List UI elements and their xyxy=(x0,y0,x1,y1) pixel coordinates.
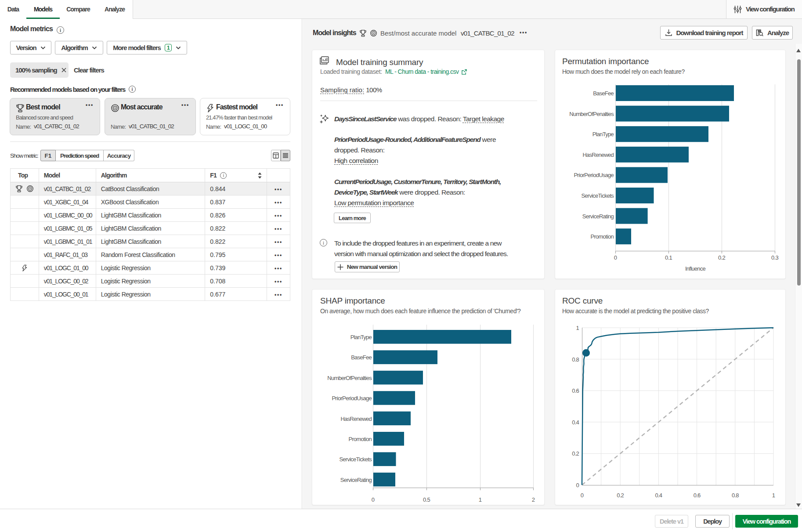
svg-text:2: 2 xyxy=(532,496,535,503)
svg-text:0.4: 0.4 xyxy=(572,419,579,426)
svg-text:ServiceTickets: ServiceTickets xyxy=(339,456,372,463)
svg-text:Promotion: Promotion xyxy=(591,233,614,240)
svg-text:BaseFee: BaseFee xyxy=(593,90,614,97)
svg-text:0: 0 xyxy=(372,496,375,503)
svg-text:HasRenewed: HasRenewed xyxy=(582,152,614,158)
svg-text:0.2: 0.2 xyxy=(718,254,725,261)
svg-text:ServiceRating: ServiceRating xyxy=(340,477,372,483)
svg-text:0: 0 xyxy=(581,492,584,499)
svg-text:0.6: 0.6 xyxy=(694,492,701,499)
svg-text:1: 1 xyxy=(479,496,482,503)
svg-text:PriorPeriodUsage: PriorPeriodUsage xyxy=(574,172,614,178)
svg-text:0.8: 0.8 xyxy=(732,492,739,499)
svg-text:Promotion: Promotion xyxy=(349,436,372,442)
svg-text:HasRenewed: HasRenewed xyxy=(340,416,372,422)
svg-text:NumberOfPenalties: NumberOfPenalties xyxy=(327,375,372,381)
svg-text:0.2: 0.2 xyxy=(572,450,579,457)
svg-text:0.1: 0.1 xyxy=(665,254,672,261)
svg-text:ServiceRating: ServiceRating xyxy=(582,213,614,220)
svg-text:0.5: 0.5 xyxy=(423,496,430,503)
svg-text:PriorPeriodUsage: PriorPeriodUsage xyxy=(332,395,372,402)
svg-text:0.8: 0.8 xyxy=(572,356,579,363)
svg-text:PlanType: PlanType xyxy=(350,334,372,340)
svg-text:0: 0 xyxy=(576,482,579,489)
svg-text:0: 0 xyxy=(614,254,617,261)
svg-text:0.2: 0.2 xyxy=(617,492,624,499)
svg-text:0.6: 0.6 xyxy=(572,387,579,394)
svg-text:Influence: Influence xyxy=(685,265,706,272)
svg-text:BaseFee: BaseFee xyxy=(351,354,372,361)
svg-text:1: 1 xyxy=(772,492,775,499)
svg-text:ServiceTickets: ServiceTickets xyxy=(581,192,614,199)
svg-text:0.3: 0.3 xyxy=(771,254,778,261)
svg-text:0.4: 0.4 xyxy=(655,492,662,499)
svg-text:PlanType: PlanType xyxy=(592,131,614,138)
svg-text:NumberOfPenalties: NumberOfPenalties xyxy=(569,111,614,117)
svg-text:1: 1 xyxy=(576,325,579,331)
